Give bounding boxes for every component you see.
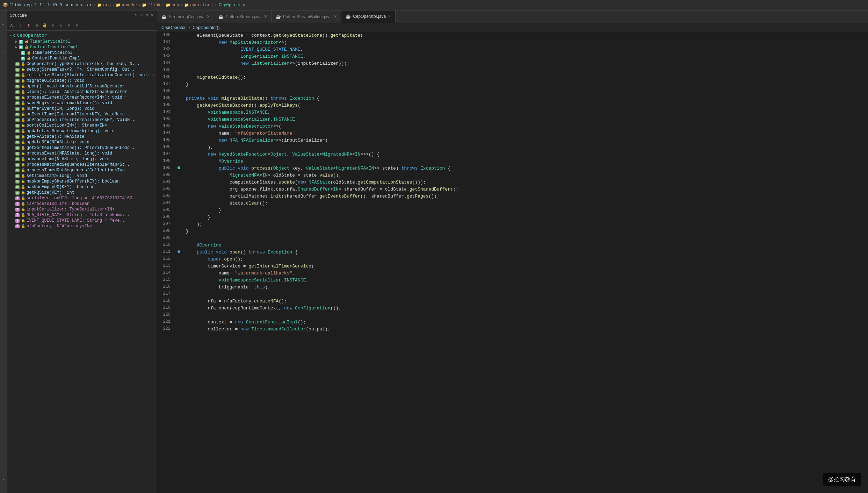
line-row: 189private void migrateOldState() throws…	[157, 95, 868, 102]
tab-label-3: CepOperator.java	[353, 14, 386, 19]
tree-item-27[interactable]: f🔒isProcessingTime: boolean	[7, 201, 157, 207]
tree-item-22[interactable]: m🔒setTimestamp(long): void	[7, 173, 157, 179]
tree-label-TimerServiceImpl: TimerServiceImpl	[30, 39, 70, 44]
badge-16: m	[15, 141, 20, 144]
tree-item-30[interactable]: f🔒EVENT_QUEUE_STATE_NAME: String = "eve.…	[7, 218, 157, 223]
tree-item-2[interactable]: m🔒CepOperator(TypeSerializer<IN>, boolea…	[7, 61, 157, 67]
tree-item-28[interactable]: f🔒inputSerializer: TypeSerializer<IN>	[7, 207, 157, 212]
tree-item-13[interactable]: m🔒sort(Collection<IN>): Stream<IN>	[7, 123, 157, 128]
tree-item-15[interactable]: m🔒getNFAState(): NFAState	[7, 134, 157, 140]
lock-2: 🔒	[21, 62, 25, 66]
tree-item-31[interactable]: f🔒nfaFactory: NFAFactory<IN>	[7, 223, 157, 229]
tree-item-TimerServiceImpl[interactable]: ▶ C 🔒 TimerServiceImpl	[7, 39, 157, 44]
line-row: 199 public void process(Object key, Valu…	[157, 165, 868, 172]
tree-item-10[interactable]: m🔒bufferEvent(IN, long): void	[7, 106, 157, 112]
settings-btn[interactable]: ⚙	[145, 12, 149, 18]
tree-item-5[interactable]: m🔒migrateOldState(): void	[7, 78, 157, 84]
tree-item-1[interactable]: C🔒ContextFunctionImpl	[7, 56, 157, 61]
tree-item-23[interactable]: m🔒hasNonEmptySharedBuffer(KEY): boolean	[7, 179, 157, 184]
breakpoint-dot[interactable]	[178, 166, 180, 169]
tree-item-29[interactable]: f🔒NFA_STATE_NAME: String = "nfaStateName…	[7, 212, 157, 218]
breadcrumb-cep[interactable]: 📁 cep	[166, 3, 179, 8]
line-gutter	[175, 235, 183, 242]
lock-0: 🔒	[27, 51, 31, 55]
editor-breadcrumb-method[interactable]: CepOperator()	[193, 25, 219, 30]
breadcrumb-sep-5: ›	[212, 3, 214, 7]
tree-item-19[interactable]: m🔒advanceTime(NFAState, long): void	[7, 156, 157, 162]
tab-close-1[interactable]: ✕	[264, 14, 267, 19]
line-row: 216 triggerable: this);	[157, 284, 868, 291]
favorites-nav-item[interactable]: ★	[0, 465, 7, 493]
filter-fields-btn[interactable]: f	[25, 22, 32, 29]
lock-8: 🔒	[21, 95, 25, 100]
editor-breadcrumb-class[interactable]: CepOperator	[161, 25, 186, 30]
tab-2[interactable]: ☕PatternStreamBuilder.java✕	[272, 10, 341, 23]
code-editor[interactable]: 180 elementQueueState = context.getKeyed…	[157, 32, 868, 493]
line-row: 192 VoidNamespaceSerializer.INSTANCE,	[157, 116, 868, 123]
tree-label-4: initializeState(StateInitializationConte…	[27, 73, 155, 78]
breadcrumb-org[interactable]: 📁 org	[97, 3, 111, 8]
tree-item-11[interactable]: m🔒onEventTime(InternalTimer<KEY, VoidNam…	[7, 112, 157, 117]
tree-item-18[interactable]: m🔒processEvent(NFAState, long): void	[7, 151, 157, 156]
sort-alpha-btn[interactable]: A↓	[9, 22, 16, 29]
line-gutter	[175, 256, 183, 263]
tree-item-4[interactable]: m🔒initializeState(StateInitializationCon…	[7, 72, 157, 78]
scroll-from-source-btn[interactable]: ↑	[89, 22, 96, 29]
tree-item-9[interactable]: m🔒saveRegisterWatermarkTimer(): void	[7, 100, 157, 106]
line-content: }	[183, 228, 868, 235]
filter-methods-btn[interactable]: m	[33, 22, 40, 29]
expand-all-btn[interactable]: ⇅	[134, 12, 138, 18]
badge-27: f	[15, 202, 20, 206]
collapse-all-btn[interactable]: ⇄	[139, 12, 143, 18]
tree-item-17[interactable]: m🔒getSortedTimestamps(): PriorityQueue<L…	[7, 145, 157, 151]
tab-0[interactable]: ☕StreamingCep.java✕	[157, 10, 214, 23]
line-content: }	[183, 81, 868, 88]
folder-icon-4: 📁	[184, 3, 189, 7]
breadcrumb-sep-2: ›	[138, 3, 141, 7]
sort-type-btn[interactable]: ⇅	[17, 22, 24, 29]
line-row: 213 timerService = getInternalTimerServi…	[157, 263, 868, 270]
tab-close-2[interactable]: ✕	[334, 14, 337, 19]
tree-item-6[interactable]: m🔒open(): void ↑AbstractUdfStreamOperato…	[7, 84, 157, 89]
badge-18: m	[15, 152, 20, 156]
breadcrumb-apache[interactable]: 📁 apache	[116, 3, 137, 8]
filter-lambda-btn[interactable]: λ	[57, 22, 64, 29]
tree-item-8[interactable]: m🔒processElement(StreamRecord<IN>): void…	[7, 95, 157, 100]
tree-item-26[interactable]: f🔒serialVersionUID: long = -416677821077…	[7, 195, 157, 201]
tree-item-25[interactable]: m🔒getPQSize(KEY): int	[7, 190, 157, 195]
close-panel-btn[interactable]: ✕	[150, 12, 154, 18]
breadcrumb-jar[interactable]: 📦 flink-cep_2.11-1.10.0-sources.jar	[3, 2, 92, 8]
structure-nav-item[interactable]: 2	[0, 38, 7, 66]
tree-root-item[interactable]: ▾ C CepOperator	[7, 32, 157, 39]
project-nav-item[interactable]: 1	[0, 10, 7, 38]
tree-item-20[interactable]: m🔒processMatchedSequences(Iterable<Map<S…	[7, 162, 157, 167]
tab-1[interactable]: ☕PatternStream.java✕	[214, 10, 272, 23]
tree-item-7[interactable]: m🔒close(): void ↑AbstractUdfStreamOperat…	[7, 89, 157, 95]
collapse-all-tree-btn[interactable]: ⊖	[73, 22, 80, 29]
tab-close-3[interactable]: ✕	[388, 14, 391, 19]
tree-item-12[interactable]: m🔒onProcessingTime(InternalTimer<KEY, Vo…	[7, 117, 157, 123]
expand-all-tree-btn[interactable]: ⊕	[65, 22, 72, 29]
tree-label-21: processTimedOutSequences(Collection<Tup.…	[27, 168, 132, 173]
line-row: 207 );	[157, 221, 868, 228]
tree-item-24[interactable]: m🔒hasNonEmptyPQ(KEY): boolean	[7, 184, 157, 190]
line-row: 191 VoidNamespace.INSTANCE,	[157, 109, 868, 116]
tree-item-21[interactable]: m🔒processTimedOutSequences(Collection<Tu…	[7, 167, 157, 173]
tab-3[interactable]: ☕CepOperator.java✕	[341, 10, 396, 23]
tab-close-0[interactable]: ✕	[207, 14, 210, 19]
scroll-to-source-btn[interactable]: ↓	[81, 22, 88, 29]
tree-item-3[interactable]: m🔒setup(StreamTask<?, ?>, StreamConfig, …	[7, 67, 157, 72]
breakpoint-dot-blue[interactable]	[178, 250, 180, 253]
breadcrumb-operator[interactable]: 📁 operator	[184, 3, 210, 8]
breadcrumb-flink[interactable]: 📁 flink	[142, 3, 160, 8]
line-content: VoidNamespaceSerializer.INSTANCE,	[183, 116, 868, 123]
breadcrumb-class[interactable]: C CepOperator	[215, 3, 246, 8]
line-number: 184	[157, 60, 175, 67]
tree-item-ContextFunctionImpl[interactable]: ▶ C 🔒 ContextFunctionImpl	[7, 44, 157, 50]
tree-item-0[interactable]: C🔒TimerServiceImpl	[7, 50, 157, 56]
tree-item-14[interactable]: m🔒updateLastSeenWatermark(long): void	[7, 128, 157, 134]
filter-abstract-btn[interactable]: A	[49, 22, 56, 29]
tree-item-16[interactable]: m🔒updateNFA(NFAState): void	[7, 140, 157, 145]
filter-lock-btn[interactable]: 🔒	[41, 22, 48, 29]
line-gutter	[175, 67, 183, 74]
